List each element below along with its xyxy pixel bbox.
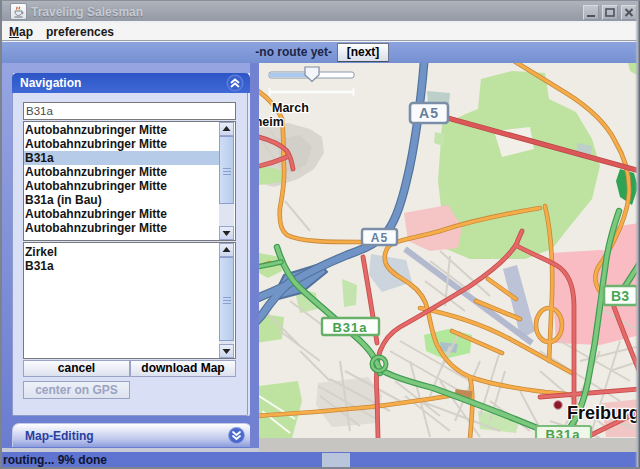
- svg-text:hheim: hheim: [259, 115, 284, 129]
- svg-text:A5: A5: [419, 105, 439, 121]
- svg-text:March: March: [272, 101, 309, 115]
- svg-text:B31a: B31a: [332, 320, 367, 335]
- svg-text:A5: A5: [371, 231, 388, 245]
- svg-text:Freiburg: Freiburg: [567, 403, 638, 423]
- svg-text:B31a: B31a: [545, 427, 580, 439]
- svg-text:B3: B3: [611, 288, 629, 304]
